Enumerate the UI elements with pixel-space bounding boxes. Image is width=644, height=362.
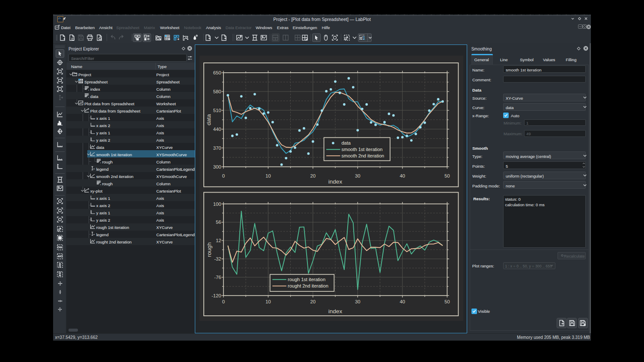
svg-text:10: 10: [265, 299, 271, 304]
svg-text:index: index: [328, 178, 342, 185]
svg-text:data: data: [341, 140, 351, 145]
svg-text:-120: -120: [211, 293, 221, 298]
svg-text:smooth 2nd iteration: smooth 2nd iteration: [341, 153, 384, 158]
svg-text:10: 10: [265, 173, 271, 178]
svg-text:650: 650: [213, 70, 221, 75]
svg-text:rough: rough: [206, 242, 212, 257]
svg-text:smooth 1st iteration: smooth 1st iteration: [341, 147, 382, 152]
svg-text:data: data: [206, 114, 212, 125]
svg-text:50: 50: [444, 299, 450, 304]
svg-text:0: 0: [222, 299, 224, 304]
svg-text:56: 56: [215, 220, 221, 225]
svg-text:30: 30: [355, 173, 361, 178]
svg-text:20: 20: [310, 299, 316, 304]
svg-text:rought 2nd iteration: rought 2nd iteration: [288, 283, 328, 288]
svg-text:30: 30: [355, 299, 361, 304]
svg-text:40: 40: [400, 173, 405, 178]
svg-text:580: 580: [213, 89, 221, 94]
svg-text:440: 440: [213, 126, 221, 131]
svg-text:-32: -32: [214, 256, 221, 261]
svg-text:index: index: [328, 308, 342, 315]
svg-text:300: 300: [213, 164, 221, 169]
svg-text:40: 40: [400, 299, 405, 304]
svg-text:12: 12: [215, 238, 221, 243]
svg-text:20: 20: [310, 173, 316, 178]
svg-text:510: 510: [213, 107, 221, 113]
svg-text:50: 50: [444, 173, 450, 178]
svg-text:rough 1st iteration: rough 1st iteration: [288, 277, 325, 282]
svg-text:370: 370: [213, 145, 221, 150]
svg-text:100: 100: [213, 201, 221, 206]
svg-text:-76: -76: [214, 274, 221, 279]
svg-text:0: 0: [222, 173, 224, 178]
